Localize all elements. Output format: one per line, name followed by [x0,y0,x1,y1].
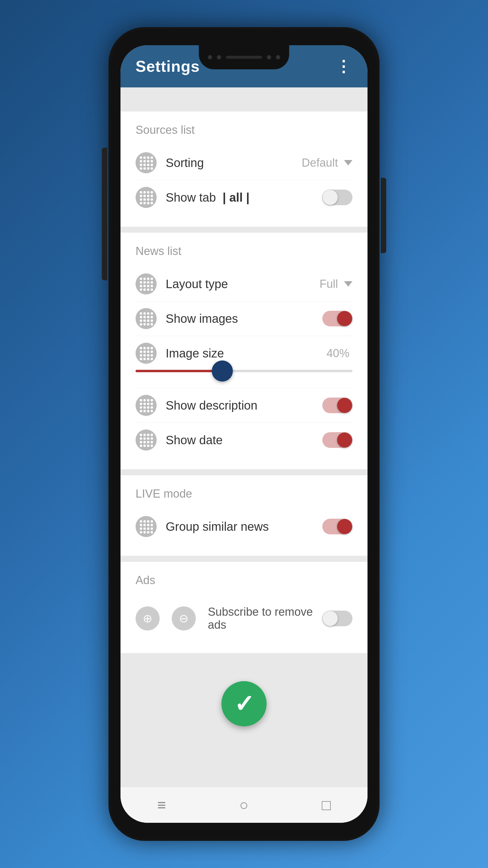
show-images-icon [135,308,157,329]
show-description-toggle-knob [337,398,352,413]
show-description-row: Show description [135,388,352,423]
grid-icon-date [140,434,153,446]
grid-icon-sorting [140,156,153,169]
nav-home-icon[interactable]: ○ [239,796,248,814]
sorting-icon [135,152,157,173]
grid-icon-layout [140,278,153,290]
subscribe-label: Subscribe to remove ads [208,606,322,631]
show-tab-toggle-knob [323,190,338,205]
image-size-slider-track[interactable] [135,370,352,372]
notch-dot-mid [217,55,221,59]
grid-icon-group [140,520,153,533]
notch-dot-right [267,55,271,59]
phone-screen: Settings ⋮ Sources list [121,45,367,823]
image-size-slider-thumb[interactable] [212,361,233,381]
layout-type-label: Layout type [166,277,320,291]
zoom-in-icon: ⊕ [143,612,153,625]
subscribe-toggle[interactable] [322,611,352,626]
screen-content: Settings ⋮ Sources list [121,45,367,823]
sources-list-card: Sources list Sorting Default [121,112,367,227]
image-size-slider-container [135,364,352,381]
notch-speaker [226,56,262,59]
show-date-toggle[interactable] [322,432,352,448]
show-images-label: Show images [166,312,322,326]
image-size-value: 40% [327,347,350,360]
sources-list-header: Sources list [135,124,352,136]
notch-dot-far [276,55,280,59]
settings-scroll: Sources list Sorting Default [121,87,367,653]
group-similar-toggle-knob [337,519,352,534]
app-title: Settings [135,57,200,75]
show-tab-icon [135,187,157,208]
more-menu-button[interactable]: ⋮ [335,57,352,75]
ads-card: Ads ⊕ ⊖ Subscribe to remove ads [121,562,367,653]
layout-type-dropdown[interactable] [344,281,352,287]
grid-icon-description [140,399,153,412]
grid-icon-show-tab [140,191,153,204]
subscribe-toggle-knob [323,611,338,626]
sorting-value: Default [302,156,338,169]
show-tab-row: Show tab | all | [135,180,352,215]
zoom-in-icon-circle: ⊕ [135,607,160,630]
sorting-label: Sorting [166,156,302,170]
news-list-header: News list [135,245,352,258]
ads-icons-container: ⊕ ⊖ Subscribe to remove ads [135,602,322,634]
grid-icon-images [140,312,153,325]
subscribe-row: ⊕ ⊖ Subscribe to remove ads [135,596,352,641]
bottom-nav: ≡ ○ □ [121,786,367,823]
image-size-row: Image size 40% [135,336,352,388]
show-tab-label: Show tab | all | [166,191,322,204]
image-size-label: Image size [166,347,327,360]
show-description-toggle[interactable] [322,398,352,413]
grid-icon-image-size [140,347,153,360]
show-date-label: Show date [166,433,322,447]
layout-type-value: Full [320,278,338,290]
zoom-out-icon: ⊖ [179,612,189,625]
group-similar-label: Group similar news [166,520,322,533]
show-date-toggle-knob [337,433,352,447]
group-similar-row: Group similar news [135,509,352,544]
sorting-row: Sorting Default [135,146,352,180]
fab-button[interactable]: ✓ [221,681,267,726]
group-similar-toggle[interactable] [322,519,352,534]
show-date-row: Show date [135,423,352,457]
nav-menu-icon[interactable]: ≡ [157,796,166,814]
zoom-out-icon-circle: ⊖ [172,607,196,630]
sorting-dropdown-arrow[interactable] [344,160,352,165]
image-size-icon [135,343,157,364]
show-images-row: Show images [135,301,352,336]
image-size-slider-fill [135,370,222,372]
show-images-toggle-knob [337,311,352,326]
nav-back-icon[interactable]: □ [322,796,331,814]
layout-type-row: Layout type Full [135,267,352,301]
show-description-label: Show description [166,399,322,412]
news-list-card: News list Layout type Full [121,233,367,469]
notch-dot-left [208,55,212,59]
live-mode-header: LIVE mode [135,487,352,500]
phone-frame: Settings ⋮ Sources list [108,27,380,841]
notch [199,45,289,69]
show-description-icon [135,395,157,416]
layout-type-icon [135,273,157,294]
ads-header: Ads [135,574,352,587]
group-similar-icon [135,516,157,537]
fab-checkmark-icon: ✓ [234,690,254,718]
show-images-toggle[interactable] [322,311,352,327]
show-date-icon [135,430,157,451]
show-tab-toggle[interactable] [322,190,352,205]
live-mode-card: LIVE mode Group similar news [121,475,367,556]
